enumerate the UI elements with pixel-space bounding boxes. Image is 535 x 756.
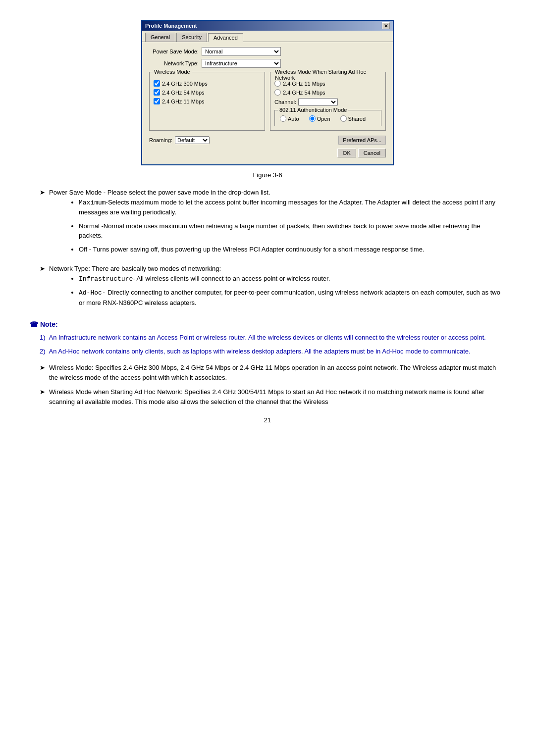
channel-select[interactable] <box>298 98 338 106</box>
dialog-tabs: General Security Advanced <box>142 31 393 42</box>
arrow-icon-2: ➤ <box>40 363 45 382</box>
adhoc-radio-input-0[interactable] <box>274 80 281 87</box>
desc-adhoc: Directly connecting to another computer,… <box>79 289 500 306</box>
desc-off: - Turns power saving off, thus powering … <box>87 246 424 253</box>
bottom-row: Roaming: Default Preferred APs... <box>149 136 386 145</box>
wireless-mode-section: Wireless Mode 2.4 GHz 300 Mbps 2.4 GHz 5… <box>149 72 265 131</box>
auth-shared-text: Shared <box>348 116 366 122</box>
bullet-power-save: ➤ Power Save Mode - Please select the po… <box>30 188 505 259</box>
dialog-wrapper: Profile Management ✕ General Security Ad… <box>30 20 505 165</box>
wm-label-1: 2.4 GHz 54 Mbps <box>162 90 205 96</box>
auth-auto-text: Auto <box>288 116 299 122</box>
sub-item-normal: Normal -Normal mode uses maximum when re… <box>79 221 505 241</box>
page-number: 21 <box>30 416 505 424</box>
arrow-icon-0: ➤ <box>40 188 45 259</box>
term-adhoc: Ad-Hoc- <box>79 289 106 297</box>
doc-content: ➤ Power Save Mode - Please select the po… <box>30 188 505 406</box>
bullet-wireless-mode: ➤ Wireless Mode: Specifies 2.4 GHz 300 M… <box>30 363 505 382</box>
auth-auto-label: Auto <box>280 115 299 122</box>
tab-security[interactable]: Security <box>176 33 207 42</box>
sub-item-infrastructure: Infrastructure- All wireless clients wil… <box>79 274 505 284</box>
dialog-title: Profile Management <box>145 23 197 29</box>
term-maximum: Maximum <box>79 199 106 206</box>
wireless-mode-legend: Wireless Mode <box>153 69 192 75</box>
note-section: ☎ Note: 1) An Infrastructure network con… <box>30 319 505 356</box>
roaming-label: Roaming: <box>149 137 172 143</box>
sub-item-maximum: Maximum-Selects maximum mode to let the … <box>79 198 505 217</box>
adhoc-legend: Wireless Mode When Starting Ad Hoc Netwo… <box>273 69 385 81</box>
wm-option-0: 2.4 GHz 300 Mbps <box>154 80 261 87</box>
network-type-sublist: Infrastructure- All wireless clients wil… <box>49 274 505 308</box>
auth-shared-radio[interactable] <box>340 115 347 122</box>
wm-checkbox-1[interactable] <box>154 89 160 96</box>
term-normal: Normal <box>79 222 100 230</box>
note-label: ☎ Note: <box>30 319 505 330</box>
adhoc-label-0: 2.4 GHz 11 Mbps <box>283 81 325 87</box>
auth-shared-label: Shared <box>340 115 366 122</box>
adhoc-label-1: 2.4 GHz 54 Mbps <box>283 90 325 96</box>
adhoc-radio-1: 2.4 GHz 54 Mbps <box>274 89 381 96</box>
bullet-network-type: ➤ Network Type: There are basically two … <box>30 264 505 312</box>
cancel-button[interactable]: Cancel <box>358 149 386 157</box>
profile-management-dialog: Profile Management ✕ General Security Ad… <box>141 20 394 165</box>
power-save-select[interactable]: Normal Maximum Off <box>202 47 281 56</box>
wm-option-2: 2.4 GHz 11 Mbps <box>154 98 261 104</box>
wm-option-1: 2.4 GHz 54 Mbps <box>154 89 261 96</box>
auth-radios: Auto Open Shared <box>280 115 376 122</box>
wm-checkbox-2[interactable] <box>154 98 160 104</box>
bullet-wireless-mode-text: Wireless Mode: Specifies 2.4 GHz 300 Mbp… <box>49 363 505 382</box>
desc-infrastructure: - All wireless clients will connect to a… <box>133 275 330 282</box>
note-item-1: 2) An Ad-Hoc network contains only clien… <box>30 347 505 356</box>
tab-advanced[interactable]: Advanced <box>208 33 243 42</box>
dialog-body: Power Save Mode: Normal Maximum Off Netw… <box>142 42 393 164</box>
wm-label-0: 2.4 GHz 300 Mbps <box>162 81 208 87</box>
term-off: Off <box>79 246 87 253</box>
bullet-adhoc-mode: ➤ Wireless Mode when Starting Ad Hoc Net… <box>30 387 505 406</box>
auth-open-label: Open <box>309 115 330 122</box>
arrow-icon-3: ➤ <box>40 387 45 406</box>
preferred-aps-button[interactable]: Preferred APs... <box>338 136 386 145</box>
desc-maximum: -Selects maximum mode to let the access … <box>79 199 495 216</box>
sub-item-adhoc: Ad-Hoc- Directly connecting to another c… <box>79 288 505 307</box>
bullet-adhoc-mode-text: Wireless Mode when Starting Ad Hoc Netwo… <box>49 387 505 406</box>
power-save-row: Power Save Mode: Normal Maximum Off <box>149 47 386 56</box>
figure-caption: Figure 3-6 <box>30 171 505 179</box>
power-save-sublist: Maximum-Selects maximum mode to let the … <box>49 198 505 254</box>
auth-auto-radio[interactable] <box>280 115 286 122</box>
channel-label: Channel: <box>274 99 296 105</box>
wm-checkbox-0[interactable] <box>154 80 160 87</box>
tab-general[interactable]: General <box>145 33 175 42</box>
bullet-power-save-text: Power Save Mode - Please select the powe… <box>49 188 505 259</box>
note-phone-icon: ☎ <box>30 320 38 328</box>
ok-cancel-group: OK Cancel <box>149 149 386 159</box>
channel-row: Channel: <box>274 98 381 106</box>
dialog-titlebar: Profile Management ✕ <box>142 21 393 31</box>
desc-normal: -Normal mode uses maximum when retrievin… <box>79 222 481 240</box>
auth-open-text: Open <box>317 116 330 122</box>
network-type-row: Network Type: Infrastructure Ad-Hoc <box>149 59 386 68</box>
bullet-network-type-text: Network Type: There are basically two mo… <box>49 264 505 312</box>
sections-row: Wireless Mode 2.4 GHz 300 Mbps 2.4 GHz 5… <box>149 72 386 131</box>
roaming-select[interactable]: Default <box>175 136 210 144</box>
auth-section: 802.11 Authentication Mode Auto Open <box>274 110 381 126</box>
auth-legend: 802.11 Authentication Mode <box>278 107 348 113</box>
roaming-row: Roaming: Default <box>149 136 210 144</box>
adhoc-section: Wireless Mode When Starting Ad Hoc Netwo… <box>270 72 386 131</box>
ok-button[interactable]: OK <box>337 149 356 157</box>
wm-label-2: 2.4 GHz 11 Mbps <box>162 99 205 104</box>
auth-open-radio[interactable] <box>309 115 316 122</box>
sub-item-off: Off - Turns power saving off, thus power… <box>79 245 505 254</box>
power-save-label: Power Save Mode: <box>149 49 199 54</box>
close-button[interactable]: ✕ <box>382 22 390 29</box>
adhoc-radio-0: 2.4 GHz 11 Mbps <box>274 80 381 87</box>
note-item-0: 1) An Infrastructure network contains an… <box>30 333 505 343</box>
term-infrastructure: Infrastructure <box>79 275 133 283</box>
network-type-select[interactable]: Infrastructure Ad-Hoc <box>202 59 281 68</box>
adhoc-radio-input-1[interactable] <box>274 89 281 96</box>
network-type-label: Network Type: <box>149 60 199 66</box>
arrow-icon-1: ➤ <box>40 264 45 312</box>
